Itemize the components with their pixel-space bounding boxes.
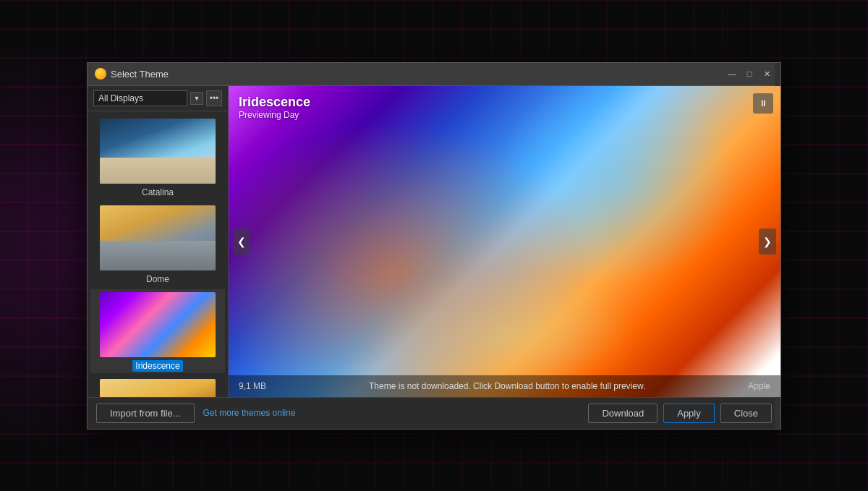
apply-button[interactable]: Apply xyxy=(663,404,715,423)
bottom-bar: Import from file... Get more themes onli… xyxy=(88,397,780,429)
theme-label-dome: Dome xyxy=(143,273,172,285)
theme-label-iridescence: Iridescence xyxy=(132,360,182,372)
theme-item-iridescence[interactable]: Iridescence xyxy=(90,289,225,373)
dialog-body: All Displays Display 1 Display 2 ▼ ••• C… xyxy=(88,86,780,429)
window-title: Select Theme xyxy=(111,69,726,80)
preview-info: Iridescence Previewing Day xyxy=(239,95,310,120)
window-icon xyxy=(95,68,106,80)
preview-panel: Iridescence Previewing Day ⏸ ❮ ❯ 9,1 MB … xyxy=(229,86,780,397)
theme-label-catalina: Catalina xyxy=(139,187,176,198)
bottom-left-actions: Import from file... Get more themes onli… xyxy=(96,404,579,423)
preview-nav-left-button[interactable]: ❮ xyxy=(233,229,250,255)
preview-subtitle: Previewing Day xyxy=(239,110,310,120)
select-theme-dialog: Select Theme — □ ✕ All Displays Display … xyxy=(87,62,781,430)
theme-thumb-iridescence xyxy=(100,292,216,357)
preview-notice-text: Theme is not downloaded. Click Download … xyxy=(369,381,645,391)
theme-item-dome[interactable]: Dome xyxy=(90,202,225,286)
display-selector-row: All Displays Display 1 Display 2 ▼ ••• xyxy=(88,86,228,111)
preview-file-size: 9,1 MB xyxy=(239,381,266,391)
theme-thumb-catalina xyxy=(100,119,216,184)
display-selector[interactable]: All Displays Display 1 Display 2 xyxy=(93,90,187,106)
get-more-themes-link[interactable]: Get more themes online xyxy=(203,408,296,418)
window-controls: — □ ✕ xyxy=(726,67,773,80)
left-panel: All Displays Display 1 Display 2 ▼ ••• C… xyxy=(88,86,229,397)
bottom-right-actions: Download Apply Close xyxy=(588,404,772,423)
restore-button[interactable]: □ xyxy=(743,67,756,80)
minimize-button[interactable]: — xyxy=(726,67,739,80)
preview-title: Iridescence xyxy=(239,95,310,110)
title-bar: Select Theme — □ ✕ xyxy=(88,63,780,86)
preview-swirl-overlay xyxy=(229,86,780,397)
display-selector-arrow[interactable]: ▼ xyxy=(190,92,203,105)
theme-list: Catalina Dome Iridescence xyxy=(88,111,228,397)
theme-thumb-mojave xyxy=(100,379,216,397)
theme-item-catalina[interactable]: Catalina xyxy=(90,116,225,200)
preview-nav-right-button[interactable]: ❯ xyxy=(759,229,776,255)
theme-thumb-dome xyxy=(100,205,216,270)
close-button[interactable]: Close xyxy=(720,404,772,423)
preview-bottom-bar: 9,1 MB Theme is not downloaded. Click Do… xyxy=(229,375,780,397)
theme-item-mojave[interactable]: Mojave Desert xyxy=(90,376,225,397)
display-more-button[interactable]: ••• xyxy=(206,90,222,106)
top-area: All Displays Display 1 Display 2 ▼ ••• C… xyxy=(88,86,780,397)
import-from-file-button[interactable]: Import from file... xyxy=(96,404,195,423)
preview-pause-button[interactable]: ⏸ xyxy=(753,93,773,114)
preview-brand: Apple xyxy=(748,381,770,391)
close-window-button[interactable]: ✕ xyxy=(760,67,773,80)
download-button[interactable]: Download xyxy=(588,404,658,423)
